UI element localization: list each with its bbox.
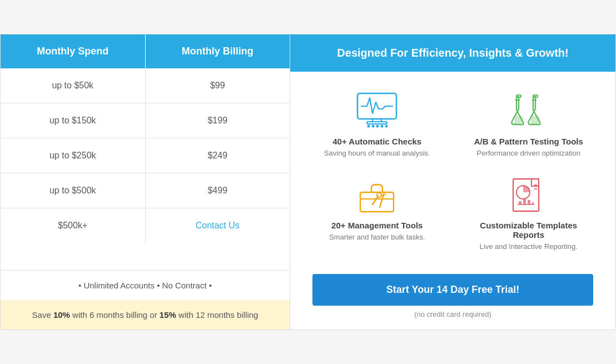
- cta-button[interactable]: Start Your 14 Day Free Trial!: [312, 274, 593, 306]
- savings-15: 15%: [160, 310, 176, 320]
- left-panel: Monthly Spend Monthly Billing up to $50k…: [1, 34, 290, 330]
- pricing-table: up to $50k $99 up to $150k $199 up to $2…: [1, 68, 290, 270]
- billing-5: Contact Us: [146, 208, 290, 243]
- table-row: up to $250k $249: [1, 138, 290, 173]
- svg-point-7: [385, 125, 388, 128]
- svg-point-5: [376, 125, 379, 128]
- col-monthly-billing: Monthly Billing: [146, 34, 290, 68]
- svg-rect-2: [367, 122, 387, 124]
- savings-text: Save 10% with 6 months billing or 15% wi…: [32, 310, 259, 320]
- svg-rect-16: [381, 192, 386, 196]
- spend-2: up to $150k: [1, 103, 146, 138]
- billing-4: $499: [146, 173, 290, 208]
- svg-rect-23: [532, 202, 534, 205]
- svg-point-6: [381, 125, 384, 128]
- contact-us-link[interactable]: Contact Us: [196, 221, 240, 230]
- auto-checks-title: 40+ Automatic Checks: [332, 137, 421, 146]
- svg-point-4: [372, 125, 375, 128]
- right-panel: Designed For Efficiency, Insights & Grow…: [290, 34, 615, 330]
- svg-rect-22: [528, 200, 530, 205]
- ab-testing-title: A/B & Pattern Testing Tools: [474, 137, 583, 146]
- billing-2: $199: [146, 103, 290, 138]
- auto-checks-subtitle: Saving hours of manual analysis.: [324, 148, 430, 158]
- spend-4: up to $500k: [1, 173, 146, 208]
- billing-3: $249: [146, 138, 290, 173]
- reports-icon: [506, 175, 551, 214]
- table-header: Monthly Spend Monthly Billing: [1, 34, 290, 68]
- table-row: up to $500k $499: [1, 173, 290, 208]
- right-header: Designed For Efficiency, Insights & Grow…: [290, 34, 615, 72]
- savings-bar: Save 10% with 6 months billing or 15% wi…: [1, 300, 290, 330]
- feature-mgmt-tools: 20+ Management Tools Smarter and faster …: [301, 167, 453, 260]
- svg-rect-20: [519, 201, 521, 205]
- cta-note: (no credit card required): [312, 310, 593, 318]
- mgmt-tools-title: 20+ Management Tools: [331, 221, 423, 230]
- spend-1: up to $50k: [1, 68, 146, 103]
- footer-info: • Unlimited Accounts • No Contract •: [1, 270, 290, 300]
- reports-title: Customizable Templates Reports: [464, 221, 594, 240]
- savings-10: 10%: [53, 310, 70, 320]
- ab-testing-icon: [506, 91, 551, 130]
- svg-rect-21: [523, 199, 526, 205]
- table-row: $500k+ Contact Us: [1, 208, 290, 243]
- reports-subtitle: Live and Interactive Reporting.: [480, 242, 578, 252]
- table-row: up to $50k $99: [1, 68, 290, 103]
- ab-testing-subtitle: Performance driven optimization: [477, 148, 580, 158]
- feature-ab-testing: A/B & Pattern Testing Tools Performance …: [453, 83, 605, 167]
- spend-5: $500k+: [1, 208, 146, 243]
- auto-checks-icon: [355, 91, 399, 130]
- feature-auto-checks: 40+ Automatic Checks Saving hours of man…: [301, 83, 453, 167]
- billing-1: $99: [146, 68, 290, 103]
- mgmt-tools-subtitle: Smarter and faster bulk tasks.: [329, 232, 425, 242]
- cta-section: Start Your 14 Day Free Trial! (no credit…: [290, 266, 615, 330]
- features-grid: 40+ Automatic Checks Saving hours of man…: [290, 72, 615, 266]
- pricing-container: Monthly Spend Monthly Billing up to $50k…: [0, 34, 616, 330]
- spend-3: up to $250k: [1, 138, 146, 173]
- col-monthly-spend: Monthly Spend: [1, 34, 146, 68]
- table-row: up to $150k $199: [1, 103, 290, 138]
- mgmt-tools-icon: [355, 175, 399, 214]
- svg-point-3: [367, 125, 370, 128]
- svg-point-14: [377, 193, 381, 197]
- feature-reports: Customizable Templates Reports Live and …: [453, 167, 605, 260]
